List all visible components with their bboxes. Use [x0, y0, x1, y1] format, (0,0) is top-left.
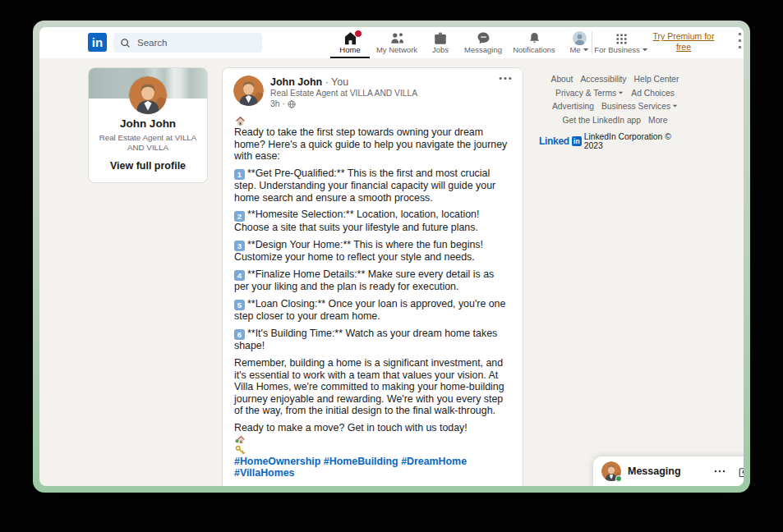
- premium-link[interactable]: Try Premium for free: [647, 31, 720, 53]
- grid-icon: [615, 31, 628, 45]
- post-paragraph: 5**Loan Closing:** Once your loan is app…: [234, 298, 511, 323]
- keycap-5-emoji: 5: [234, 300, 245, 310]
- profile-name[interactable]: John John: [89, 117, 207, 130]
- footer-link-about[interactable]: About: [551, 75, 573, 84]
- presence-dot: [615, 475, 622, 482]
- search-box[interactable]: [113, 33, 262, 53]
- nav-home[interactable]: Home: [329, 27, 371, 58]
- notifications-icon: [527, 31, 541, 45]
- view-full-profile-link[interactable]: View full profile: [89, 160, 207, 172]
- post-paragraph: 2**Homesite Selection:** Location, locat…: [234, 209, 511, 233]
- keycap-3-emoji: 3: [234, 241, 245, 251]
- profile-headline: Real Estate Agent at VILLA AND VILLA: [89, 133, 207, 153]
- footer-link-get-app[interactable]: Get the LinkedIn app: [562, 116, 641, 125]
- dot-separator: ·: [282, 99, 284, 109]
- post-paragraph: 6**It's Building Time:** Watch as your d…: [234, 328, 511, 352]
- compose-message-button[interactable]: [738, 466, 744, 478]
- house-emoji: [235, 116, 246, 126]
- post-header: John John · You Real Estate Agent at VIL…: [223, 68, 523, 109]
- post-paragraph: 3**Design Your Home:** This is where the…: [234, 239, 511, 264]
- post-timestamp: 3h: [270, 99, 279, 109]
- messaging-icon: [476, 31, 491, 45]
- ellipsis-icon: [499, 76, 512, 80]
- linkedin-page: in Home: [39, 27, 744, 486]
- nav-me[interactable]: Me: [560, 27, 598, 58]
- footer-link-more[interactable]: More: [648, 116, 667, 125]
- messaging-panel[interactable]: Messaging: [593, 456, 744, 486]
- footer-link-advertising[interactable]: Advertising: [552, 102, 594, 111]
- messaging-menu-button[interactable]: [714, 470, 725, 473]
- scrollbar-thumb[interactable]: [739, 33, 741, 48]
- nav-for-business[interactable]: For Business: [595, 27, 647, 58]
- keycap-1-emoji: 1: [234, 169, 245, 180]
- post-menu-button[interactable]: [496, 74, 514, 83]
- profile-card: John John Real Estate Agent at VILLA AND…: [88, 67, 208, 183]
- profile-avatar[interactable]: [129, 76, 167, 114]
- hashtag-link[interactable]: #DreamHome: [401, 456, 467, 467]
- home-icon: [343, 31, 358, 45]
- linkedin-wordmark: Linked: [539, 135, 569, 147]
- linkedin-logo-small: in: [572, 136, 582, 146]
- linkedin-logo[interactable]: in: [88, 33, 107, 52]
- post-body: Ready to take the first step towards own…: [223, 109, 523, 479]
- key-emoji: [235, 445, 246, 456]
- compose-icon: [738, 466, 744, 478]
- dot-separator: ·: [325, 76, 329, 88]
- nav-my-network[interactable]: My Network: [371, 27, 422, 58]
- post-card: John John · You Real Estate Agent at VIL…: [222, 67, 523, 486]
- messaging-title: Messaging: [628, 466, 681, 477]
- footer-link-privacy-terms[interactable]: Privacy & Terms: [555, 89, 624, 98]
- keycap-2-emoji: 2: [234, 211, 245, 222]
- search-icon: [120, 38, 131, 48]
- jobs-icon: [433, 31, 448, 45]
- global-nav: in Home: [39, 27, 744, 58]
- house-garden-emoji: [235, 434, 246, 445]
- post-paragraph: 4**Finalize Home Details:** Make sure ev…: [234, 268, 511, 293]
- hashtag-link[interactable]: #VillaHomes: [234, 467, 294, 479]
- desktop-background: in Home: [0, 0, 783, 532]
- my-network-icon: [389, 31, 405, 45]
- footer-links: About Accessibility Help Center Privacy …: [539, 75, 691, 150]
- footer-copyright: Linked in LinkedIn Corporation © 2023: [539, 132, 691, 150]
- nav-messaging[interactable]: Messaging: [458, 27, 508, 58]
- footer-link-business-services[interactable]: Business Services: [601, 102, 678, 111]
- chevron-down-icon: [672, 104, 678, 108]
- chevron-down-icon: [583, 48, 589, 53]
- ellipsis-icon: [714, 470, 725, 473]
- footer-link-accessibility[interactable]: Accessibility: [580, 75, 626, 84]
- keycap-6-emoji: 6: [234, 329, 245, 340]
- footer-link-ad-choices[interactable]: Ad Choices: [631, 89, 675, 98]
- keycap-4-emoji: 4: [234, 270, 245, 281]
- browser-window: in Home: [33, 21, 750, 493]
- post-paragraph: Ready to make a move? Get in touch with …: [234, 422, 511, 479]
- nav-jobs[interactable]: Jobs: [422, 27, 458, 58]
- post-paragraph: Ready to take the first step towards own…: [234, 116, 511, 163]
- notification-badge: [354, 30, 362, 38]
- chevron-down-icon: [618, 91, 624, 95]
- nav-notifications[interactable]: Notifications: [508, 27, 560, 58]
- post-author-avatar[interactable]: [233, 76, 264, 106]
- hashtag-link[interactable]: #HomeOwnership: [234, 456, 320, 467]
- messaging-avatar: [601, 461, 621, 481]
- hashtag-link[interactable]: #HomeBuilding: [324, 456, 398, 467]
- post-author-headline: Real Estate Agent at VILLA AND VILLA: [270, 88, 417, 99]
- globe-icon: [288, 100, 296, 108]
- me-avatar-icon: [573, 31, 587, 45]
- nav-divider: [592, 31, 592, 54]
- post-author-name[interactable]: John John: [270, 76, 322, 88]
- footer-link-help-center[interactable]: Help Center: [634, 75, 679, 84]
- post-paragraph: Remember, building a home is a significa…: [234, 357, 511, 417]
- search-input[interactable]: [136, 37, 256, 48]
- post-paragraph: 1**Get Pre-Qualified:** This is the firs…: [234, 167, 511, 204]
- nav-items: Home My Network: [329, 27, 598, 58]
- post-author-you-tag: You: [331, 76, 348, 88]
